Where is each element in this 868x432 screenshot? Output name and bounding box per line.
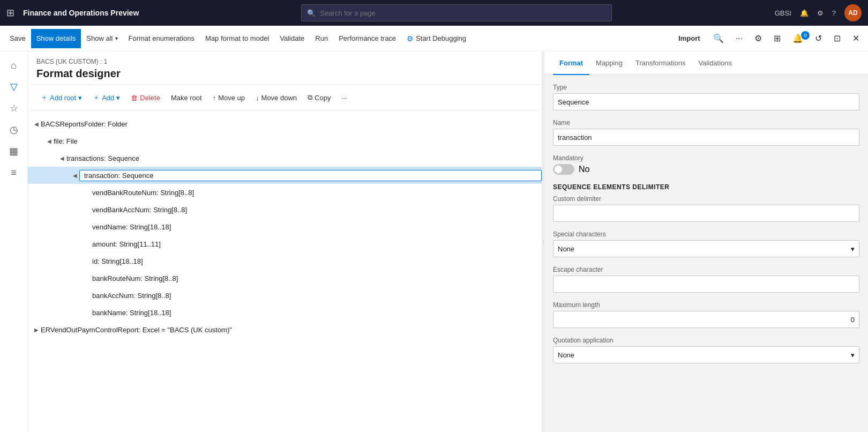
prop-group-max-length: Maximum length 0 (553, 301, 859, 328)
make-root-button[interactable]: Make root (167, 89, 206, 106)
prop-group-escape-char: Escape character (553, 266, 859, 293)
sidebar-item-home[interactable]: ⌂ (4, 56, 24, 75)
tree-item-vendbankaccnum[interactable]: vendBankAccNum: String[8..8] (28, 201, 542, 218)
top-navigation-bar: ⊞ Finance and Operations Preview 🔍 GBSI … (0, 0, 868, 26)
quotation-select[interactable]: None ▾ (553, 346, 859, 363)
tree-item-transaction[interactable]: ◀ transaction: Sequence (28, 167, 542, 184)
show-all-button[interactable]: Show all ▾ (81, 29, 123, 48)
sidebar-item-filter[interactable]: ▽ (4, 77, 24, 96)
mandatory-toggle-knob (555, 166, 562, 173)
more-options-icon[interactable]: ··· (731, 34, 747, 43)
validate-button[interactable]: Validate (274, 29, 310, 48)
tree-item-file[interactable]: ◀ file: File (28, 132, 542, 150)
escape-char-label: Escape character (553, 266, 859, 273)
add-button[interactable]: ＋ Add ▾ (88, 89, 124, 106)
copy-button[interactable]: ⧉ Copy (303, 89, 335, 106)
escape-char-value[interactable] (553, 275, 859, 293)
save-button[interactable]: Save (4, 29, 31, 48)
topbar-right-actions: GBSI 🔔 ⚙ ? AD (775, 4, 862, 21)
start-debugging-button[interactable]: ⚙ Start Debugging (401, 29, 472, 48)
add-caret: ▾ (116, 94, 120, 102)
expand-file-icon[interactable]: ◀ (45, 137, 54, 145)
breadcrumb: BACS (UK CUSTOM) : 1 (36, 58, 533, 65)
tree-item-transactions[interactable]: ◀ transactions: Sequence (28, 150, 542, 167)
mandatory-toggle-row: No (553, 164, 859, 175)
map-format-button[interactable]: Map format to model (200, 29, 274, 48)
custom-delimiter-input[interactable] (558, 210, 855, 218)
tab-format[interactable]: Format (553, 51, 589, 75)
mandatory-toggle[interactable] (553, 164, 574, 175)
tree-item-ervendout[interactable]: ▶ ERVendOutPaymControlReport: Excel = "B… (28, 321, 542, 338)
notification-icon[interactable]: 🔔 (800, 9, 809, 17)
settings-icon[interactable]: ⚙ (817, 9, 824, 17)
sidebar-item-workspaces[interactable]: ▦ (4, 141, 24, 161)
move-down-icon: ↓ (256, 94, 259, 102)
prop-group-type: Type Sequence (553, 84, 859, 110)
more-toolbar-button[interactable]: ··· (337, 89, 351, 106)
tree-item-id-label: id: String[18..18] (92, 257, 542, 265)
tree-item-transactions-label: transactions: Sequence (66, 154, 542, 162)
user-avatar[interactable]: AD (844, 4, 862, 21)
tree-item-transaction-label[interactable]: transaction: Sequence (79, 170, 542, 181)
show-details-button[interactable]: Show details (31, 29, 81, 48)
custom-delimiter-value[interactable] (553, 205, 859, 222)
settings-cmd-icon[interactable]: ⚙ (750, 31, 766, 46)
expand-transaction-icon[interactable]: ◀ (71, 171, 79, 180)
escape-char-input[interactable] (558, 280, 855, 288)
sidebar-item-favorites[interactable]: ☆ (4, 99, 24, 118)
add-root-button[interactable]: ＋ Add root ▾ (36, 89, 86, 106)
tree-item-bacs-label: BACSReportsFolder: Folder (41, 120, 542, 128)
name-value[interactable] (553, 129, 859, 146)
type-label: Type (553, 84, 859, 91)
tree-item-bankroutenum-label: bankRouteNum: String[8..8] (92, 274, 542, 282)
expand-vendname-icon (84, 222, 92, 231)
tree-item-bankroutenum[interactable]: bankRouteNum: String[8..8] (28, 270, 542, 287)
search-cmd-icon[interactable]: 🔍 (709, 31, 728, 46)
popout-icon[interactable]: ⊡ (829, 31, 845, 46)
performance-trace-button[interactable]: Performance trace (333, 29, 401, 48)
gbsi-label[interactable]: GBSI (775, 9, 791, 17)
sidebar-item-recent[interactable]: ◷ (4, 120, 24, 139)
help-icon[interactable]: ? (832, 9, 836, 17)
prop-group-quotation: Quotation application None ▾ (553, 337, 859, 363)
tree-item-vendbankroutenum[interactable]: vendBankRouteNum: String[8..8] (28, 184, 542, 201)
close-icon[interactable]: ✕ (848, 31, 864, 46)
expand-icon[interactable]: ⊞ (769, 31, 785, 46)
search-input[interactable] (320, 9, 606, 17)
main-layout: ⌂ ▽ ☆ ◷ ▦ ≡ BACS (UK CUSTOM) : 1 Format … (0, 51, 868, 432)
tab-validations[interactable]: Validations (692, 51, 738, 75)
tree-item-vendname-label: vendName: String[18..18] (92, 223, 542, 231)
tree-item-bankname-label: bankName: String[18..18] (92, 309, 542, 317)
tree-item-bacs[interactable]: ◀ BACSReportsFolder: Folder (28, 115, 542, 132)
sidebar-item-all[interactable]: ≡ (4, 163, 24, 182)
tree-item-bankaccnum[interactable]: bankAccNum: String[8..8] (28, 287, 542, 304)
expand-ervendout-icon[interactable]: ▶ (32, 325, 41, 334)
tree-item-amount[interactable]: amount: String[11..11] (28, 235, 542, 252)
prop-group-special-chars: Special characters None ▾ (553, 230, 859, 257)
notification-count: 0 (801, 31, 810, 40)
tree-item-vendname[interactable]: vendName: String[18..18] (28, 218, 542, 235)
tree-item-id[interactable]: id: String[18..18] (28, 252, 542, 270)
delete-button[interactable]: 🗑 Delete (126, 89, 164, 106)
special-chars-select[interactable]: None ▾ (553, 240, 859, 257)
expand-bacs-icon[interactable]: ◀ (32, 120, 41, 128)
app-title: Finance and Operations Preview (23, 9, 139, 17)
add-root-caret: ▾ (78, 94, 82, 102)
name-input[interactable] (558, 133, 855, 141)
move-down-button[interactable]: ↓ Move down (251, 89, 301, 106)
global-search[interactable]: 🔍 (301, 4, 612, 21)
tab-mapping[interactable]: Mapping (589, 51, 629, 75)
format-tree[interactable]: ◀ BACSReportsFolder: Folder ◀ file: File… (28, 111, 542, 432)
prop-group-name: Name (553, 119, 859, 146)
format-enumerations-button[interactable]: Format enumerations (123, 29, 200, 48)
expand-transactions-icon[interactable]: ◀ (58, 154, 66, 162)
expand-bankaccnum-icon (84, 291, 92, 300)
import-button[interactable]: Import (673, 34, 705, 42)
apps-grid-icon[interactable]: ⊞ (6, 7, 14, 19)
run-button[interactable]: Run (310, 29, 333, 48)
tree-item-bankname[interactable]: bankName: String[18..18] (28, 304, 542, 321)
max-length-value[interactable]: 0 (553, 311, 859, 328)
refresh-icon[interactable]: ↺ (811, 31, 826, 46)
move-up-button[interactable]: ↑ Move up (208, 89, 249, 106)
tab-transformations[interactable]: Transformations (629, 51, 692, 75)
